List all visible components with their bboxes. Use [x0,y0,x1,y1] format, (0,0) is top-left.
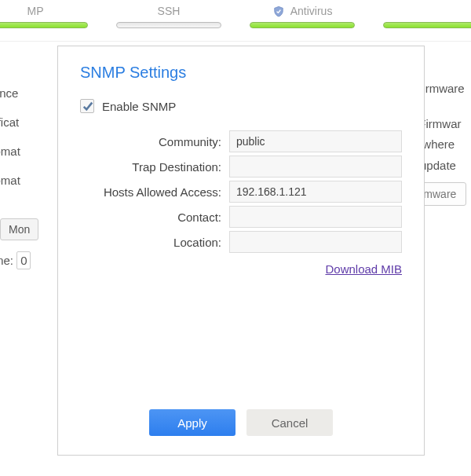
contact-input[interactable] [229,206,402,228]
location-label: Location: [80,236,229,249]
time-field: Time: 0 [0,251,31,269]
status-bar [250,22,355,28]
sidebar-item[interactable]: tenance [0,79,63,108]
time-input[interactable]: 0 [16,251,31,269]
community-input[interactable] [229,130,402,152]
shield-icon [272,5,285,18]
enable-snmp-label: Enable SNMP [102,100,176,113]
status-bar [116,22,221,28]
tab-snmp[interactable]: MP [0,0,94,39]
sidebar-partial: tenance Notificat Automat Automat [0,79,63,195]
trap-destination-input[interactable] [229,156,402,178]
tab-label: Antivirus [290,5,333,17]
cancel-button[interactable]: Cancel [246,409,333,436]
sidebar-item[interactable]: Automat [0,166,63,195]
community-label: Community: [80,135,229,148]
day-selector: Mon [0,218,38,240]
sidebar-item[interactable]: Automat [0,137,63,166]
contact-label: Contact: [80,211,229,224]
service-tabs: MP SSH Antivirus [0,0,471,39]
enable-snmp-checkbox[interactable] [80,99,94,113]
location-input[interactable] [229,231,402,253]
sidebar-item[interactable]: Notificat [0,108,63,137]
tab-extra[interactable] [377,0,471,39]
dialog-title: SNMP Settings [58,46,424,86]
time-label: Time: [0,254,13,267]
snmp-settings-dialog: SNMP Settings Enable SNMP Community: Tra… [57,46,425,456]
check-icon [82,101,93,112]
tab-label: MP [27,5,44,17]
tab-label: SSH [158,5,181,17]
hosts-allowed-input[interactable] [229,181,402,203]
tab-ssh[interactable]: SSH [110,0,228,39]
status-bar [0,22,88,28]
download-mib-link[interactable]: Download MIB [325,262,402,276]
status-bar [383,22,471,28]
apply-button[interactable]: Apply [149,409,236,436]
trap-destination-label: Trap Destination: [80,160,229,174]
divider [0,41,471,42]
day-pill[interactable]: Mon [0,218,38,240]
tab-antivirus[interactable]: Antivirus [243,0,361,39]
hosts-allowed-label: Hosts Allowed Access: [80,185,229,199]
